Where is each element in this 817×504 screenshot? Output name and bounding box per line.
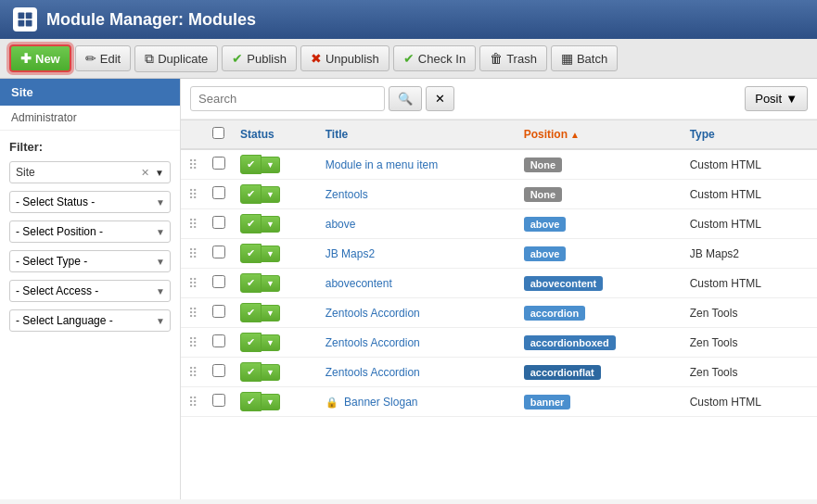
row-checkbox[interactable] xyxy=(212,364,225,377)
duplicate-button[interactable]: ⧉ Duplicate xyxy=(134,45,218,72)
title-cell: 🔒 Banner Slogan xyxy=(318,387,517,417)
svg-rect-2 xyxy=(19,20,25,27)
title-col-label: Title xyxy=(326,128,348,141)
th-checkbox[interactable] xyxy=(205,120,233,150)
checkbox-cell[interactable] xyxy=(205,239,233,269)
position-badge: above xyxy=(524,217,567,232)
sidebar-site-item[interactable]: Site xyxy=(0,79,180,106)
status-drop-btn[interactable]: ▼ xyxy=(262,364,280,381)
site-filter-dropdown[interactable]: Site ✕ ▼ xyxy=(9,161,171,183)
status-check-btn[interactable]: ✔ xyxy=(240,392,262,411)
checkin-button[interactable]: ✔ Check In xyxy=(393,45,476,71)
batch-button[interactable]: ▦ Batch xyxy=(551,45,618,71)
drag-handle[interactable]: ⠿ xyxy=(188,187,198,202)
status-drop-btn[interactable]: ▼ xyxy=(262,275,280,292)
th-position[interactable]: Position ▲ xyxy=(517,120,683,150)
select-all-checkbox[interactable] xyxy=(212,127,224,139)
status-drop-btn[interactable]: ▼ xyxy=(262,334,280,351)
status-drop-btn[interactable]: ▼ xyxy=(262,157,280,173)
checkbox-cell[interactable] xyxy=(205,269,233,298)
status-drop-btn[interactable]: ▼ xyxy=(262,216,280,233)
status-drop-btn[interactable]: ▼ xyxy=(262,246,280,262)
row-checkbox[interactable] xyxy=(212,334,225,347)
status-col-label: Status xyxy=(240,128,274,141)
th-status[interactable]: Status xyxy=(233,120,318,150)
th-type[interactable]: Type xyxy=(683,120,817,150)
edit-label: Edit xyxy=(100,52,121,66)
row-checkbox[interactable] xyxy=(212,186,225,199)
drag-handle[interactable]: ⠿ xyxy=(188,365,198,380)
status-drop-btn[interactable]: ▼ xyxy=(262,305,280,321)
checkbox-cell[interactable] xyxy=(205,328,233,358)
position-button[interactable]: Posit ▼ xyxy=(745,86,808,111)
checkbox-cell[interactable] xyxy=(205,358,233,387)
status-drop-btn[interactable]: ▼ xyxy=(262,186,280,203)
status-check-btn[interactable]: ✔ xyxy=(240,155,262,174)
checkbox-cell[interactable] xyxy=(205,209,233,239)
status-check-btn[interactable]: ✔ xyxy=(240,184,262,204)
drag-cell: ⠿ xyxy=(181,239,205,269)
title-cell: Module in a menu item xyxy=(318,149,517,180)
checkbox-cell[interactable] xyxy=(205,298,233,328)
modules-table: Status Title Position ▲ xyxy=(181,120,817,417)
row-checkbox[interactable] xyxy=(212,275,225,288)
table-row: ⠿ ✔ ▼ above above Custom HTML xyxy=(181,209,817,239)
publish-button[interactable]: ✔ Publish xyxy=(222,45,297,71)
drag-handle[interactable]: ⠿ xyxy=(188,335,198,350)
module-title-link[interactable]: Zentools Accordion xyxy=(326,366,420,379)
status-drop-btn[interactable]: ▼ xyxy=(262,394,280,410)
drag-cell: ⠿ xyxy=(181,269,205,298)
checkbox-cell[interactable] xyxy=(205,387,233,417)
module-title-link[interactable]: Zentools xyxy=(326,188,368,201)
table-row: ⠿ ✔ ▼ abovecontent abovecontent Custom H… xyxy=(181,269,817,298)
th-title[interactable]: Title xyxy=(318,120,517,150)
module-title-link[interactable]: abovecontent xyxy=(326,277,392,290)
table-row: ⠿ ✔ ▼ Zentools Accordion accordionflat Z… xyxy=(181,358,817,387)
type-filter-select[interactable]: - Select Type - xyxy=(9,250,171,272)
status-check-btn[interactable]: ✔ xyxy=(240,273,262,293)
status-cell: ✔ ▼ xyxy=(233,328,318,358)
drag-handle[interactable]: ⠿ xyxy=(188,395,198,410)
module-title-link[interactable]: Zentools Accordion xyxy=(326,336,420,349)
type-cell: Zen Tools xyxy=(683,328,817,358)
row-checkbox[interactable] xyxy=(212,216,225,229)
module-title-link[interactable]: Zentools Accordion xyxy=(326,307,420,320)
status-check-btn[interactable]: ✔ xyxy=(240,333,262,352)
search-input[interactable] xyxy=(190,86,385,111)
row-checkbox[interactable] xyxy=(212,305,225,318)
status-check-btn[interactable]: ✔ xyxy=(240,303,262,322)
position-badge: banner xyxy=(524,395,571,410)
access-filter-select[interactable]: - Select Access - xyxy=(9,280,171,302)
status-check-btn[interactable]: ✔ xyxy=(240,244,262,263)
site-filter-clear[interactable]: ✕ xyxy=(141,167,149,179)
drag-handle[interactable]: ⠿ xyxy=(188,246,198,261)
module-title-link[interactable]: above xyxy=(326,218,356,231)
search-button[interactable]: 🔍 xyxy=(389,86,422,111)
trash-icon: 🗑 xyxy=(490,51,503,66)
edit-button[interactable]: ✏ Edit xyxy=(75,45,131,71)
checkbox-cell[interactable] xyxy=(205,180,233,209)
status-cell: ✔ ▼ xyxy=(233,358,318,387)
position-filter-select[interactable]: - Select Position - xyxy=(9,220,171,243)
module-title-link[interactable]: Module in a menu item xyxy=(326,158,438,171)
status-filter-select[interactable]: - Select Status - xyxy=(9,191,171,213)
row-checkbox[interactable] xyxy=(212,246,225,258)
drag-handle[interactable]: ⠿ xyxy=(188,306,198,321)
type-cell: Custom HTML xyxy=(683,180,817,209)
language-filter-select[interactable]: - Select Language - xyxy=(9,309,171,332)
row-checkbox[interactable] xyxy=(212,157,225,170)
module-title-link[interactable]: JB Maps2 xyxy=(326,247,375,260)
drag-handle[interactable]: ⠿ xyxy=(188,276,198,291)
row-checkbox[interactable] xyxy=(212,394,225,407)
search-clear-button[interactable]: ✕ xyxy=(426,86,454,111)
module-title-link[interactable]: Banner Slogan xyxy=(344,396,417,409)
unpublish-button[interactable]: ✖ Unpublish xyxy=(300,45,389,71)
trash-button[interactable]: 🗑 Trash xyxy=(479,45,547,71)
checkbox-cell[interactable] xyxy=(205,149,233,180)
new-button[interactable]: ✚ New xyxy=(9,44,71,72)
status-check-btn[interactable]: ✔ xyxy=(240,214,262,233)
title-cell: JB Maps2 xyxy=(318,239,517,269)
drag-handle[interactable]: ⠿ xyxy=(188,158,198,172)
status-check-btn[interactable]: ✔ xyxy=(240,362,262,382)
drag-handle[interactable]: ⠿ xyxy=(188,217,198,232)
